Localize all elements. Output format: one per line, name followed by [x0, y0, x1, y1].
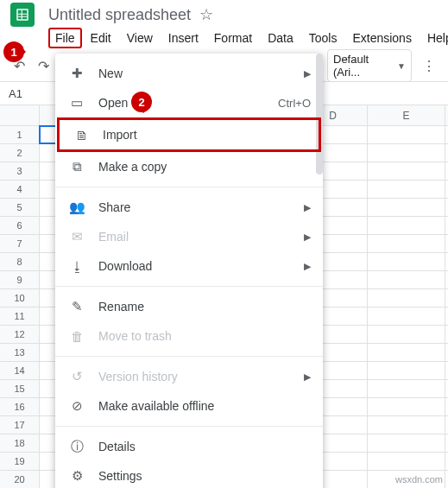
row-header[interactable]: 15	[0, 380, 40, 397]
redo-button[interactable]: ↷	[31, 54, 55, 77]
cell[interactable]	[368, 380, 445, 397]
cell[interactable]	[368, 434, 445, 452]
menu-details[interactable]: ⓘ Details	[55, 432, 323, 461]
file-menu-dropdown: ✚ New ▶ ▭ Open Ctrl+O 🗎 Import ⧉ Make a …	[55, 54, 323, 488]
cell[interactable]	[368, 326, 445, 343]
name-box[interactable]: A1	[0, 87, 41, 100]
cell[interactable]	[368, 162, 445, 180]
row-header[interactable]: 5	[0, 199, 40, 216]
row-header[interactable]: 17	[0, 416, 40, 434]
sheets-icon	[15, 7, 30, 22]
col-header[interactable]: E	[368, 105, 445, 125]
row-header[interactable]: 11	[0, 307, 40, 325]
trash-icon: 🗑	[67, 329, 86, 344]
submenu-arrow-icon: ▶	[304, 371, 311, 383]
cell[interactable]	[368, 289, 445, 307]
menu-tools[interactable]: Tools	[302, 28, 344, 48]
row-header[interactable]: 3	[0, 162, 40, 180]
row-header[interactable]: 10	[0, 289, 40, 307]
row-header[interactable]: 4	[0, 181, 40, 198]
row-header[interactable]: 1	[0, 126, 40, 143]
menu-label: Make available offline	[98, 399, 311, 413]
separator	[55, 286, 323, 287]
cell[interactable]	[368, 416, 445, 434]
cell[interactable]	[368, 307, 445, 325]
menubar: File Edit View Insert Format Data Tools …	[0, 24, 448, 50]
menu-label: Download	[98, 259, 297, 273]
menu-label: Move to trash	[98, 329, 311, 343]
menu-label: Rename	[98, 300, 311, 314]
select-all-corner[interactable]	[0, 105, 40, 125]
row-header[interactable]: 14	[0, 362, 40, 379]
annotation-badge-1: 1	[3, 41, 24, 62]
menu-insert[interactable]: Insert	[161, 28, 205, 48]
row-header[interactable]: 2	[0, 144, 40, 162]
menu-label: Version history	[98, 370, 297, 383]
menu-rename[interactable]: ✎ Rename	[55, 292, 323, 321]
menu-view[interactable]: View	[120, 28, 160, 48]
document-icon: 🗎	[72, 128, 91, 143]
menu-move-trash: 🗑 Move to trash	[55, 321, 323, 351]
cell[interactable]	[368, 235, 445, 252]
row-header[interactable]: 12	[0, 326, 40, 343]
row-header[interactable]: 20	[0, 471, 40, 488]
cell[interactable]	[368, 144, 445, 162]
menu-open[interactable]: ▭ Open Ctrl+O	[55, 88, 323, 117]
doc-title[interactable]: Untitled spreadsheet	[48, 6, 191, 24]
history-icon: ↺	[67, 369, 86, 384]
more-button[interactable]: ⋮	[417, 54, 441, 77]
copy-icon: ⧉	[67, 159, 86, 174]
download-icon: ⭳	[67, 259, 86, 274]
star-icon[interactable]: ☆	[199, 5, 213, 24]
cell[interactable]	[368, 344, 445, 361]
menu-edit[interactable]: Edit	[84, 28, 118, 48]
email-icon: ✉	[67, 229, 86, 244]
annotation-badge-2: 2	[131, 92, 152, 112]
menu-settings[interactable]: ⚙ Settings	[55, 461, 323, 488]
menu-label: Settings	[98, 469, 311, 483]
row-header[interactable]: 19	[0, 453, 40, 470]
font-select[interactable]: Default (Ari... ▼	[327, 49, 412, 82]
share-icon: 👥	[67, 200, 86, 215]
menu-email: ✉ Email ▶	[55, 222, 323, 251]
cell[interactable]	[368, 362, 445, 379]
row-header[interactable]: 13	[0, 344, 40, 361]
cell[interactable]	[368, 217, 445, 234]
menu-data[interactable]: Data	[261, 28, 300, 48]
submenu-arrow-icon: ▶	[304, 68, 311, 79]
pencil-icon: ✎	[67, 299, 86, 314]
folder-icon: ▭	[67, 95, 86, 111]
cell[interactable]	[368, 199, 445, 216]
svg-rect-1	[18, 10, 28, 20]
menu-label: New	[98, 67, 297, 80]
cell[interactable]	[368, 453, 445, 470]
menu-offline[interactable]: ⊘ Make available offline	[55, 391, 323, 421]
menu-share[interactable]: 👥 Share ▶	[55, 193, 323, 222]
menu-extensions[interactable]: Extensions	[345, 28, 418, 48]
row-header[interactable]: 16	[0, 398, 40, 415]
row-header[interactable]: 9	[0, 271, 40, 288]
cell[interactable]	[368, 398, 445, 415]
row-header[interactable]: 7	[0, 235, 40, 252]
offline-icon: ⊘	[67, 398, 86, 414]
menu-make-copy[interactable]: ⧉ Make a copy	[55, 152, 323, 181]
menu-new[interactable]: ✚ New ▶	[55, 59, 323, 88]
font-select-label: Default (Ari...	[333, 53, 397, 79]
submenu-arrow-icon: ▶	[304, 202, 311, 213]
menu-import[interactable]: 🗎 Import	[57, 117, 321, 152]
menu-format[interactable]: Format	[207, 28, 259, 48]
menu-label: Make a copy	[98, 160, 311, 174]
cell[interactable]	[368, 181, 445, 198]
menu-version-history: ↺ Version history ▶	[55, 362, 323, 391]
row-header[interactable]: 6	[0, 217, 40, 234]
cell[interactable]	[368, 271, 445, 288]
row-header[interactable]: 8	[0, 253, 40, 270]
menu-download[interactable]: ⭳ Download ▶	[55, 251, 323, 281]
menu-help[interactable]: Help	[420, 28, 448, 48]
cell[interactable]	[368, 253, 445, 270]
shortcut-label: Ctrl+O	[278, 97, 311, 110]
cell[interactable]	[368, 126, 445, 143]
row-header[interactable]: 18	[0, 434, 40, 452]
menu-file[interactable]: File	[48, 28, 82, 48]
sheets-logo[interactable]	[10, 3, 35, 27]
